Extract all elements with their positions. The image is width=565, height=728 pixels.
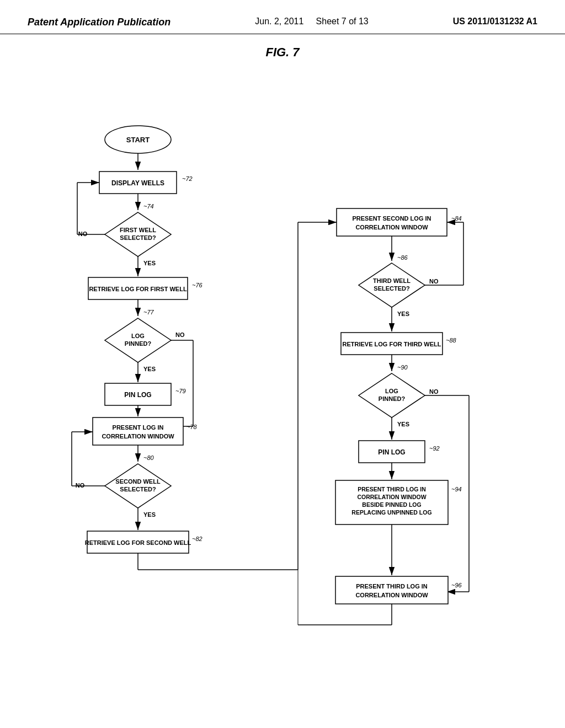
first-well-selected-label2: SELECTED? <box>120 234 156 241</box>
ref-76: ~76 <box>192 282 203 288</box>
flowchart-svg: START DISPLAY WELLS ~72 ~74 FIRST WELL S… <box>28 98 535 705</box>
present-log-label1: PRESENT LOG IN <box>113 424 164 431</box>
present-third-beside-label2: CORRELATION WINDOW <box>357 494 426 500</box>
ref-82: ~82 <box>192 536 202 542</box>
flowchart-diagram: START DISPLAY WELLS ~72 ~74 FIRST WELL S… <box>0 65 565 716</box>
no-label-logpinned2: NO <box>429 388 439 395</box>
log-pinned2-label2: PINNED? <box>379 395 406 402</box>
page-header: Patent Application Publication Jun. 2, 2… <box>0 0 565 34</box>
ref-79: ~79 <box>175 388 186 394</box>
ref-90: ~90 <box>397 364 408 371</box>
no-label-first-well: NO <box>78 231 88 237</box>
present-third-beside-label3: BESIDE PINNED LOG <box>362 501 421 508</box>
second-well-label1: SECOND WELL <box>115 478 161 485</box>
ref-88: ~88 <box>446 337 457 344</box>
ref-94: ~94 <box>451 486 462 493</box>
ref-80: ~80 <box>143 454 154 461</box>
header-patent-number: US 2011/0131232 A1 <box>453 17 537 26</box>
retrieve-third-label: RETRIEVE LOG FOR THIRD WELL <box>342 341 441 347</box>
no-label-logpinned1: NO <box>175 331 185 338</box>
log-pinned2-label1: LOG <box>385 388 398 394</box>
svg-rect-31 <box>337 208 447 236</box>
ref-92: ~92 <box>429 445 440 452</box>
ref-84: ~84 <box>451 215 462 222</box>
yes-label-second-well: YES <box>143 511 156 518</box>
log-pinned1-label1: LOG <box>131 333 145 339</box>
no-label-third-well: NO <box>429 278 439 285</box>
retrieve-second-label: RETRIEVE LOG FOR SECOND WELL <box>85 539 191 546</box>
ref-86: ~86 <box>397 254 408 261</box>
present-third-beside-label4: REPLACING UNPINNED LOG <box>351 509 431 516</box>
svg-rect-19 <box>93 417 183 445</box>
ref-78: ~78 <box>186 424 198 430</box>
pin-log2-label: PIN LOG <box>378 448 405 456</box>
ref-72: ~72 <box>182 175 193 182</box>
third-well-label1: THIRD WELL <box>373 277 411 284</box>
figure-title: FIG. 7 <box>0 45 565 60</box>
third-well-label2: SELECTED? <box>374 285 410 292</box>
log-pinned1-label2: PINNED? <box>125 340 152 347</box>
yes-label-logpinned1: YES <box>143 366 156 372</box>
header-date-sheet: Jun. 2, 2011 Sheet 7 of 13 <box>255 17 369 26</box>
yes-label-third-well: YES <box>397 311 409 317</box>
ref-96: ~96 <box>451 582 462 588</box>
present-third-log-label2: CORRELATION WINDOW <box>355 592 428 598</box>
present-log-label2: CORRELATION WINDOW <box>102 433 174 440</box>
yes-label-first-well: YES <box>143 260 156 266</box>
header-publication-label: Patent Application Publication <box>28 17 170 28</box>
header-sheet: Sheet 7 of 13 <box>316 17 369 26</box>
ref-77: ~77 <box>143 309 154 315</box>
first-well-selected-label: FIRST WELL <box>120 227 156 233</box>
present-second-log-label2: CORRELATION WINDOW <box>355 224 428 231</box>
yes-label-logpinned2: YES <box>397 421 409 427</box>
display-wells-label: DISPLAY WELLS <box>111 179 164 187</box>
present-third-log-label1: PRESENT THIRD LOG IN <box>356 583 428 590</box>
pin-log1-label: PIN LOG <box>124 391 151 399</box>
retrieve-first-label: RETRIEVE LOG FOR FIRST WELL <box>89 286 187 292</box>
svg-container: START DISPLAY WELLS ~72 ~74 FIRST WELL S… <box>28 98 535 705</box>
present-second-log-label1: PRESENT SECOND LOG IN <box>352 215 431 222</box>
header-date: Jun. 2, 2011 <box>255 17 303 26</box>
second-well-label2: SELECTED? <box>120 486 156 493</box>
ref-74: ~74 <box>143 203 154 210</box>
no-label-second-well: NO <box>76 482 85 489</box>
present-third-beside-label1: PRESENT THIRD LOG IN <box>358 486 426 493</box>
svg-rect-49 <box>335 576 448 604</box>
start-label: START <box>126 136 150 144</box>
